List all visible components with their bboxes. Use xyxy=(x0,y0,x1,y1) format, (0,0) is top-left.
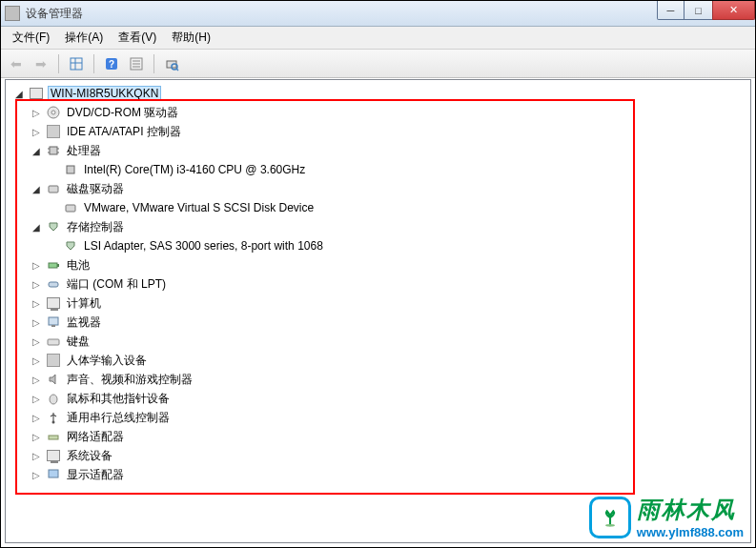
tree-node-keyboard[interactable]: ▷ 键盘 xyxy=(13,332,743,351)
show-hide-tree-button[interactable] xyxy=(65,52,88,75)
expander-icon[interactable]: ▷ xyxy=(31,431,42,442)
node-label: LSI Adapter, SAS 3000 series, 8-port wit… xyxy=(82,239,325,253)
menubar: 文件(F) 操作(A) 查看(V) 帮助(H) xyxy=(1,27,755,50)
svg-rect-26 xyxy=(51,325,55,327)
tree-node-processor-child[interactable]: Intel(R) Core(TM) i3-4160 CPU @ 3.60GHz xyxy=(13,160,743,179)
watermark-logo-icon xyxy=(589,497,631,538)
tree-node-network[interactable]: ▷ 网络适配器 xyxy=(13,427,743,446)
expander-icon[interactable]: ▷ xyxy=(31,259,42,271)
node-label: 网络适配器 xyxy=(65,429,126,445)
svg-rect-0 xyxy=(71,58,82,70)
back-button[interactable]: ⬅ xyxy=(5,52,28,75)
sound-icon xyxy=(46,372,61,387)
tree-node-ports[interactable]: ▷ 端口 (COM 和 LPT) xyxy=(13,274,743,294)
node-label: DVD/CD-ROM 驱动器 xyxy=(65,105,180,121)
expander-icon[interactable]: ▷ xyxy=(31,335,42,347)
tree-node-display[interactable]: ▷ 显示适配器 xyxy=(13,465,743,484)
forward-button[interactable]: ➡ xyxy=(30,52,52,75)
node-label: 人体学输入设备 xyxy=(65,353,149,369)
expander-icon[interactable]: ▷ xyxy=(31,278,42,290)
tree-node-sound[interactable]: ▷ 声音、视频和游戏控制器 xyxy=(13,370,743,389)
svg-point-32 xyxy=(605,524,615,527)
node-label: 计算机 xyxy=(65,295,103,312)
svg-rect-22 xyxy=(49,263,57,268)
tree-node-storage[interactable]: ◢ 存储控制器 xyxy=(13,217,743,236)
ide-icon xyxy=(46,124,61,139)
menu-help[interactable]: 帮助(H) xyxy=(164,27,218,49)
node-label: Intel(R) Core(TM) i3-4160 CPU @ 3.60GHz xyxy=(82,163,307,176)
computer-icon xyxy=(46,295,61,311)
system-icon xyxy=(46,448,61,463)
monitor-icon xyxy=(46,315,61,330)
tree-root-node[interactable]: ◢ WIN-MI8R5UKKQKN xyxy=(13,84,743,103)
expander-icon[interactable]: ▷ xyxy=(31,469,42,480)
close-button[interactable]: ✕ xyxy=(712,1,755,20)
expander-icon[interactable]: ▷ xyxy=(31,450,42,461)
tree-node-battery[interactable]: ▷ 电池 xyxy=(13,255,743,274)
storage-icon xyxy=(63,238,78,254)
svg-rect-23 xyxy=(57,264,59,267)
node-label: 端口 (COM 和 LPT) xyxy=(65,276,168,293)
node-label: 键盘 xyxy=(65,334,92,350)
tree-node-disk-child[interactable]: VMware, VMware Virtual S SCSI Disk Devic… xyxy=(13,198,743,217)
minimize-button[interactable]: ─ xyxy=(657,1,684,20)
tree-node-computer[interactable]: ▷ 计算机 xyxy=(13,294,743,313)
expander-spacer xyxy=(48,240,59,252)
expander-icon[interactable]: ▷ xyxy=(31,297,42,309)
tree-node-disk[interactable]: ◢ 磁盘驱动器 xyxy=(13,179,743,198)
expander-icon[interactable]: ◢ xyxy=(31,183,42,194)
cpu-icon xyxy=(63,162,78,177)
tree-node-mouse[interactable]: ▷ 鼠标和其他指针设备 xyxy=(13,389,743,408)
network-icon xyxy=(46,429,61,444)
expander-icon[interactable]: ◢ xyxy=(31,221,42,233)
tree-node-monitor[interactable]: ▷ 监视器 xyxy=(13,313,743,332)
maximize-button[interactable]: □ xyxy=(684,1,712,20)
node-label: 声音、视频和游戏控制器 xyxy=(65,372,194,388)
node-label: WIN-MI8R5UKKQKN xyxy=(48,86,161,101)
tree-node-system[interactable]: ▷ 系统设备 xyxy=(13,446,743,465)
expander-icon[interactable]: ▷ xyxy=(31,355,42,366)
expander-icon[interactable]: ▷ xyxy=(31,107,42,118)
tree-node-hid[interactable]: ▷ 人体学输入设备 xyxy=(13,351,743,370)
cpu-icon xyxy=(46,143,61,158)
tree-node-dvd[interactable]: ▷ DVD/CD-ROM 驱动器 xyxy=(13,103,743,122)
svg-rect-31 xyxy=(49,470,58,477)
tree-node-ide[interactable]: ▷ IDE ATA/ATAPI 控制器 xyxy=(13,122,743,141)
menu-action[interactable]: 操作(A) xyxy=(57,27,111,49)
menu-file[interactable]: 文件(F) xyxy=(5,27,57,49)
tree-node-processor[interactable]: ◢ 处理器 xyxy=(13,141,743,160)
battery-icon xyxy=(46,257,61,273)
scan-hardware-button[interactable] xyxy=(160,52,183,75)
expander-icon[interactable]: ▷ xyxy=(31,393,42,404)
node-label: 处理器 xyxy=(65,143,103,159)
expander-icon[interactable]: ▷ xyxy=(31,126,42,137)
help-button[interactable]: ? xyxy=(100,52,123,75)
svg-point-13 xyxy=(51,111,55,114)
expander-icon[interactable]: ▷ xyxy=(31,374,42,385)
svg-rect-25 xyxy=(49,317,58,325)
tree-node-storage-child[interactable]: LSI Adapter, SAS 3000 series, 8-port wit… xyxy=(13,236,743,255)
node-label: IDE ATA/ATAPI 控制器 xyxy=(65,124,183,140)
expander-icon[interactable]: ◢ xyxy=(31,145,42,156)
menu-view[interactable]: 查看(V) xyxy=(111,27,164,49)
window-title: 设备管理器 xyxy=(26,6,83,22)
mouse-icon xyxy=(46,391,61,406)
expander-icon[interactable]: ▷ xyxy=(31,316,42,328)
toolbar-separator xyxy=(153,54,154,73)
svg-rect-30 xyxy=(49,436,58,439)
expander-spacer xyxy=(48,164,59,175)
svg-point-29 xyxy=(52,421,55,424)
ports-icon xyxy=(46,276,61,292)
expander-icon[interactable]: ▷ xyxy=(31,412,42,423)
properties-button[interactable] xyxy=(125,52,148,75)
node-label: 电池 xyxy=(65,257,92,274)
tree-node-usb[interactable]: ▷ 通用串行总线控制器 xyxy=(13,408,743,427)
expander-icon[interactable]: ◢ xyxy=(13,88,25,99)
display-icon xyxy=(46,467,61,482)
node-label: VMware, VMware Virtual S SCSI Disk Devic… xyxy=(82,201,316,214)
node-label: 系统设备 xyxy=(65,448,114,464)
expander-spacer xyxy=(48,202,59,213)
keyboard-icon xyxy=(46,334,61,349)
svg-rect-14 xyxy=(50,147,57,154)
dvd-icon xyxy=(46,105,61,120)
